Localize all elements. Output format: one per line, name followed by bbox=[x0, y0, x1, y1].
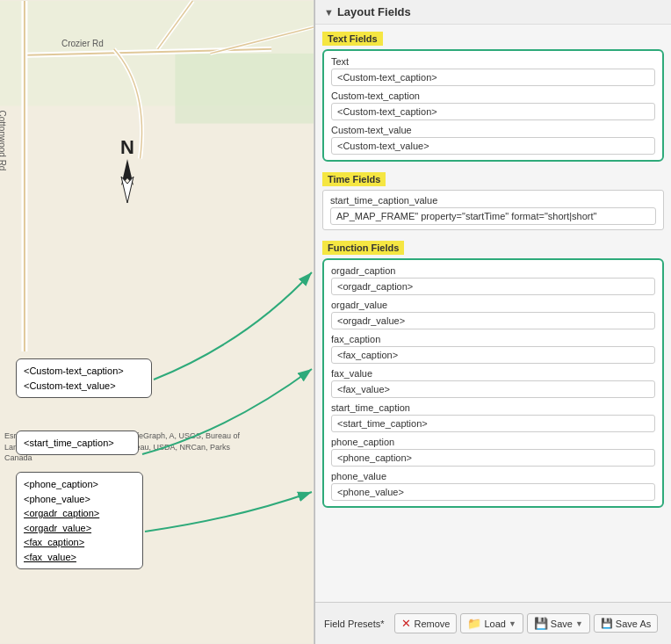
map-panel: Crozier Rd Cottonwood Rd N Esri Canada, … bbox=[0, 0, 314, 644]
field-label-fax-value: fax_value bbox=[331, 368, 655, 379]
north-label: N bbox=[114, 136, 141, 159]
field-input-custom-value[interactable] bbox=[331, 137, 655, 155]
callout-start-time: <start_time_caption> bbox=[16, 431, 139, 456]
field-label-phone-value: phone_value bbox=[331, 471, 655, 481]
field-row-custom-value: Custom-text_value bbox=[331, 125, 655, 155]
save-label: Save bbox=[551, 619, 573, 629]
function-fields-group: orgadr_caption orgadr_value fax_caption … bbox=[322, 258, 664, 508]
field-row-fax-caption: fax_caption bbox=[331, 334, 655, 364]
bottom-toolbar: Field Presets* ✕ Remove 📁 Load ▼ 💾 Save … bbox=[315, 602, 671, 644]
save-icon: 💾 bbox=[534, 617, 548, 630]
field-row-fax-value: fax_value bbox=[331, 368, 655, 398]
field-row-text: Text bbox=[331, 56, 655, 86]
field-row-phone-caption: phone_caption bbox=[331, 437, 655, 467]
svg-rect-2 bbox=[175, 54, 314, 124]
remove-icon: ✕ bbox=[401, 617, 411, 630]
layout-content[interactable]: Text Fields Text Custom-text_caption Cus… bbox=[315, 25, 671, 602]
field-label-text: Text bbox=[331, 56, 655, 67]
field-label-phone-caption: phone_caption bbox=[331, 437, 655, 447]
callout-line: <phone_value> bbox=[24, 492, 135, 507]
time-fields-group: start_time_caption_value bbox=[322, 190, 664, 230]
callout-line: <fax_value> bbox=[24, 550, 135, 565]
save-as-icon: 💾 bbox=[601, 618, 613, 629]
callout-line: <fax_caption> bbox=[24, 535, 135, 550]
field-input-custom-caption[interactable] bbox=[331, 103, 655, 120]
remove-label: Remove bbox=[414, 619, 450, 629]
field-row-start-time-caption-value: start_time_caption_value bbox=[330, 195, 656, 225]
field-label-start-time-caption-value: start_time_caption_value bbox=[330, 195, 656, 206]
callout-function-fields: <phone_caption> <phone_value> <orgadr_ca… bbox=[16, 472, 143, 569]
field-row-custom-caption: Custom-text_caption bbox=[331, 90, 655, 120]
field-label-orgadr-caption: orgadr_caption bbox=[331, 265, 655, 276]
field-label-custom-caption: Custom-text_caption bbox=[331, 90, 655, 101]
field-input-fax-caption[interactable] bbox=[331, 346, 655, 364]
load-button[interactable]: 📁 Load ▼ bbox=[460, 613, 523, 633]
collapse-icon: ▼ bbox=[324, 7, 334, 18]
remove-button[interactable]: ✕ Remove bbox=[394, 613, 457, 633]
callout-line: <Custom-text_caption> bbox=[24, 364, 144, 379]
callout-custom-text: <Custom-text_caption> <Custom-text_value… bbox=[16, 358, 152, 398]
text-fields-label: Text Fields bbox=[322, 32, 383, 46]
field-label-fax-caption: fax_caption bbox=[331, 334, 655, 344]
callout-line: <orgadr_value> bbox=[24, 521, 135, 536]
load-label: Load bbox=[484, 619, 505, 629]
field-input-start-time-caption[interactable] bbox=[331, 415, 655, 432]
right-panel: ▼ Layout Fields Text Fields Text Custom-… bbox=[314, 0, 671, 644]
road-label-cottonwood: Cottonwood Rd bbox=[0, 111, 7, 171]
field-presets-label: Field Presets* bbox=[324, 619, 384, 629]
field-input-phone-caption[interactable] bbox=[331, 449, 655, 467]
callout-line: <phone_caption> bbox=[24, 477, 135, 492]
layout-fields-title: Layout Fields bbox=[337, 5, 411, 18]
callout-line: <start_time_caption> bbox=[24, 436, 131, 451]
field-input-orgadr-value[interactable] bbox=[331, 312, 655, 329]
north-arrow: N bbox=[114, 136, 141, 203]
function-fields-section: Function Fields orgadr_caption orgadr_va… bbox=[322, 237, 664, 508]
callout-line: <orgadr_caption> bbox=[24, 506, 135, 521]
layout-fields-header: ▼ Layout Fields bbox=[315, 0, 671, 25]
compass-arrow-icon bbox=[114, 159, 141, 203]
field-input-orgadr-caption[interactable] bbox=[331, 278, 655, 295]
field-label-custom-value: Custom-text_value bbox=[331, 125, 655, 135]
function-fields-label: Function Fields bbox=[322, 241, 404, 255]
time-fields-section: Time Fields start_time_caption_value bbox=[322, 169, 664, 230]
field-input-fax-value[interactable] bbox=[331, 380, 655, 398]
svg-marker-12 bbox=[121, 177, 133, 203]
field-label-start-time-caption: start_time_caption bbox=[331, 402, 655, 413]
field-label-orgadr-value: orgadr_value bbox=[331, 300, 655, 310]
field-row-start-time-caption: start_time_caption bbox=[331, 402, 655, 432]
load-icon: 📁 bbox=[467, 617, 481, 630]
field-input-text[interactable] bbox=[331, 69, 655, 86]
callout-line: <Custom-text_value> bbox=[24, 379, 144, 394]
field-input-start-time-caption-value[interactable] bbox=[330, 207, 656, 225]
time-fields-label: Time Fields bbox=[322, 172, 386, 186]
field-row-phone-value: phone_value bbox=[331, 471, 655, 501]
field-input-phone-value[interactable] bbox=[331, 483, 655, 501]
load-dropdown-icon: ▼ bbox=[509, 619, 516, 628]
field-row-orgadr-value: orgadr_value bbox=[331, 300, 655, 329]
field-row-orgadr-caption: orgadr_caption bbox=[331, 265, 655, 295]
text-fields-section: Text Fields Text Custom-text_caption Cus… bbox=[322, 28, 664, 162]
road-label-crozier: Crozier Rd bbox=[61, 39, 104, 48]
save-dropdown-icon: ▼ bbox=[575, 619, 583, 628]
save-button[interactable]: 💾 Save ▼ bbox=[527, 613, 590, 633]
save-as-label: Save As bbox=[616, 619, 651, 629]
save-as-button[interactable]: 💾 Save As bbox=[594, 614, 658, 633]
text-fields-group: Text Custom-text_caption Custom-text_val… bbox=[322, 49, 664, 162]
